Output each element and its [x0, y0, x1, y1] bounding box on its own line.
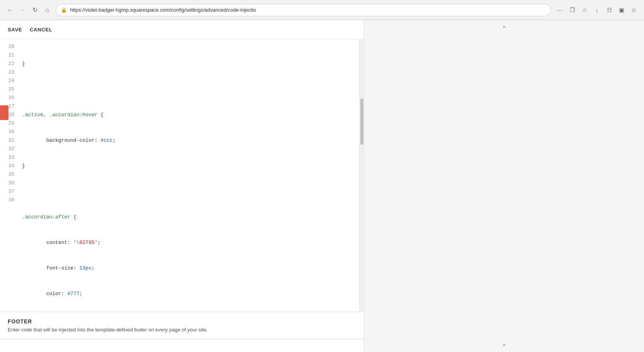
line-num-38: 38: [5, 196, 14, 204]
scroll-up-button[interactable]: ⌃: [500, 23, 508, 34]
line-num-23: 23: [5, 68, 14, 77]
line-num-32: 32: [5, 145, 14, 153]
editor-header: SAVE CANCEL: [0, 20, 364, 39]
collections-button[interactable]: ☷: [604, 5, 615, 15]
page-container: SAVE CANCEL 20 21 22 23 24 25 26 27 28: [0, 20, 644, 352]
profile-button[interactable]: ☺: [629, 5, 639, 15]
code-line-20: }: [22, 60, 355, 68]
footer-title: FOOTER: [8, 318, 356, 325]
code-line-28: font-size: 13px;: [22, 264, 355, 273]
home-button[interactable]: ⌂: [42, 5, 53, 15]
tab-button[interactable]: ▣: [616, 5, 627, 15]
scroll-down-button[interactable]: ⌄: [500, 338, 508, 349]
footer-section: FOOTER Enter code that will be injected …: [0, 312, 364, 339]
left-panel: SAVE CANCEL 20 21 22 23 24 25 26 27 28: [0, 20, 364, 352]
code-line-23: background-color: #ccc;: [22, 136, 355, 145]
line-num-35: 35: [5, 170, 14, 179]
code-line-25: [22, 187, 355, 196]
line-num-25: 25: [5, 85, 14, 94]
more-options-button[interactable]: ⋯: [554, 5, 565, 15]
code-line-26: .accordian:after {: [22, 213, 355, 222]
pocket-button[interactable]: ❐: [567, 5, 577, 15]
bookmark-button[interactable]: ☆: [579, 5, 590, 15]
code-content[interactable]: } .active, .accordian:hover { background…: [17, 39, 359, 312]
download-button[interactable]: ↓: [591, 5, 602, 15]
line-num-22: 22: [5, 60, 14, 68]
browser-actions: ⋯ ❐ ☆ ↓ ☷ ▣ ☺: [554, 5, 639, 15]
line-num-33: 33: [5, 153, 14, 162]
address-bar[interactable]: 🔒 https://violet-badger-hgmp.squarespace…: [56, 4, 551, 16]
footer-description: Enter code that will be injected into th…: [8, 327, 356, 333]
code-line-21: [22, 85, 355, 94]
line-num-26: 26: [5, 94, 14, 102]
browser-chrome: ← → ↻ ⌂ 🔒 https://violet-badger-hgmp.squ…: [0, 0, 644, 20]
lock-icon: 🔒: [61, 7, 67, 13]
code-line-24: }: [22, 162, 355, 170]
forward-button[interactable]: →: [17, 5, 28, 15]
code-editor[interactable]: 20 21 22 23 24 25 26 27 28 29 30 31 32 3…: [0, 39, 359, 312]
url-text: https://violet-badger-hgmp.squarespace.c…: [70, 7, 546, 13]
line-num-34: 34: [5, 162, 14, 170]
change-indicator: [0, 105, 9, 120]
line-num-24: 24: [5, 77, 14, 85]
editor-area: 20 21 22 23 24 25 26 27 28 29 30 31 32 3…: [0, 39, 364, 312]
indicator-dot: [0, 105, 9, 120]
right-panel: ⌃ ⌄: [364, 20, 644, 352]
editor-scrollbar[interactable]: [359, 39, 364, 312]
back-button[interactable]: ←: [5, 5, 15, 15]
nav-buttons: ← → ↻ ⌂: [5, 5, 53, 15]
line-num-30: 30: [5, 128, 14, 136]
line-num-37: 37: [5, 187, 14, 196]
code-line-27: content: '\02795';: [22, 239, 355, 247]
save-button[interactable]: SAVE: [8, 27, 22, 33]
code-line-22: .active, .accordian:hover {: [22, 111, 355, 119]
reload-button[interactable]: ↻: [29, 5, 40, 15]
line-num-29: 29: [5, 119, 14, 128]
line-num-36: 36: [5, 179, 14, 187]
scrollbar-thumb[interactable]: [360, 98, 363, 145]
cancel-button[interactable]: CANCEL: [30, 27, 52, 33]
line-numbers: 20 21 22 23 24 25 26 27 28 29 30 31 32 3…: [0, 39, 17, 312]
line-num-21: 21: [5, 51, 14, 60]
line-num-31: 31: [5, 136, 14, 145]
code-line-29: color: #777;: [22, 290, 355, 298]
line-num-20: 20: [5, 43, 14, 51]
footer-input-area[interactable]: [0, 339, 364, 352]
